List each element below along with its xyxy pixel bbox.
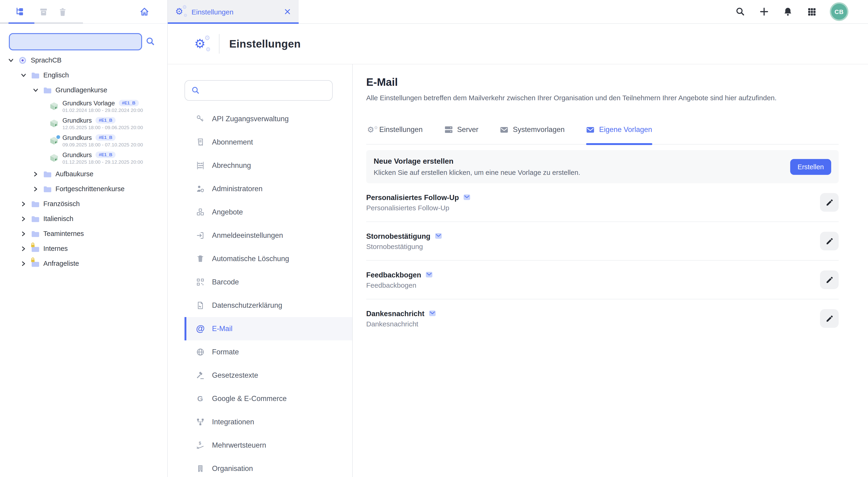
vat-hand-icon: $: [196, 441, 205, 450]
tab-label: Einstellungen: [191, 8, 234, 16]
integration-icon: [196, 417, 205, 427]
tree-item-folder-locked[interactable]: Anfrageliste: [0, 256, 167, 271]
menu-item-anmeldeeinstellungen[interactable]: Anmeldeeinstellungen: [185, 224, 352, 247]
google-icon: G: [196, 394, 205, 403]
template-list: Personalisiertes Follow-Up Personalisier…: [366, 183, 839, 337]
folder-icon: [31, 260, 39, 267]
gavel-icon: [196, 371, 205, 380]
menu-item-datenschutzerklaerung[interactable]: Datenschutzerklärung: [185, 294, 352, 317]
template-row[interactable]: Personalisiertes Follow-Up Personalisier…: [366, 183, 839, 222]
chevron-right-icon[interactable]: [21, 216, 26, 221]
section-title: E-Mail: [366, 75, 839, 89]
menu-item-google-ecommerce[interactable]: G Google & E-Commerce: [185, 387, 352, 410]
horizontal-scrollbar-thumb[interactable]: [8, 22, 34, 24]
tree-item-label: Internes: [43, 245, 68, 252]
menu-item-organisation[interactable]: Organisation: [185, 457, 352, 477]
menu-item-api[interactable]: API Zugangsverwaltung: [185, 107, 352, 130]
chevron-right-icon[interactable]: [33, 186, 38, 191]
tree-search-icon[interactable]: [145, 36, 156, 47]
tree-item-course[interactable]: Grundkurs#E1_B 01.12.2025 18:00 - 29.12.…: [0, 149, 167, 167]
edit-button[interactable]: [820, 270, 839, 289]
tree-search-input[interactable]: [10, 34, 141, 50]
tree-item-label: Fortgeschrittenenkurse: [56, 185, 125, 192]
menu-item-angebote[interactable]: Angebote: [185, 201, 352, 224]
chevron-down-icon[interactable]: [33, 87, 38, 93]
notifications-icon[interactable]: [782, 6, 794, 17]
menu-item-automatische-loeschung[interactable]: Automatische Löschung: [185, 247, 352, 270]
email-tabs: ⚙⚙ Einstellungen Server Systemvorlagen E…: [366, 125, 839, 145]
tab-server[interactable]: Server: [444, 125, 478, 144]
chevron-right-icon[interactable]: [21, 231, 26, 236]
tab-systemvorlagen[interactable]: Systemvorlagen: [500, 125, 564, 144]
tree-item-folder[interactable]: Englisch: [0, 68, 167, 83]
course-title: Grundkurs: [62, 151, 92, 158]
tree-item-folder[interactable]: Teaminternes: [0, 226, 167, 241]
tab-einstellungen[interactable]: ⚙⚙⚙ Einstellungen: [168, 0, 299, 23]
menu-item-integrationen[interactable]: Integrationen: [185, 410, 352, 434]
tree-item-label: Italienisch: [43, 215, 73, 222]
chevron-down-icon[interactable]: [8, 57, 13, 63]
menu-item-label: Abrechnung: [212, 161, 251, 170]
trash-icon[interactable]: [57, 6, 68, 17]
course-dates: 01.12.2025 18:00 - 29.12.2025 20:00: [62, 159, 143, 165]
menu-item-label: Angebote: [212, 208, 243, 216]
tree-view-icon[interactable]: [14, 6, 25, 17]
menu-item-label: Abonnement: [212, 138, 253, 146]
search-icon[interactable]: [735, 6, 746, 17]
edit-button[interactable]: [820, 232, 839, 250]
tab-eigene-vorlagen[interactable]: Eigene Vorlagen: [586, 125, 652, 144]
menu-search-input[interactable]: [185, 81, 332, 100]
tree-item-root[interactable]: SprachCB: [0, 53, 167, 68]
menu-item-administratoren[interactable]: Administratoren: [185, 177, 352, 201]
tree-toolbar: [0, 0, 167, 24]
tree-item-folder[interactable]: Italienisch: [0, 211, 167, 226]
close-icon[interactable]: [284, 8, 291, 16]
tree-item-course[interactable]: Grundkurs#E1_B 09.09.2025 18:00 - 07.10.…: [0, 132, 167, 149]
chevron-down-icon[interactable]: [21, 72, 26, 78]
chevron-right-icon[interactable]: [21, 246, 26, 251]
course-title: Grundkurs: [62, 117, 92, 124]
template-row[interactable]: Feedbackbogen Feedbackbogen: [366, 261, 839, 299]
apps-grid-icon[interactable]: [806, 6, 817, 17]
tree-item-course[interactable]: Grundkurs Vorlage#E1_B 01.02.2024 18:00 …: [0, 97, 167, 115]
course-box-icon: [50, 136, 59, 145]
menu-item-label: Google & E-Commerce: [212, 394, 286, 403]
chevron-right-icon[interactable]: [33, 171, 38, 177]
tab-einstellungen[interactable]: ⚙⚙ Einstellungen: [366, 125, 423, 144]
chevron-right-icon[interactable]: [21, 261, 26, 266]
menu-item-gesetzestexte[interactable]: Gesetzestexte: [185, 364, 352, 387]
globe-icon: [196, 347, 205, 357]
course-title: Grundkurs Vorlage: [62, 99, 115, 107]
tree-item-folder[interactable]: Französisch: [0, 196, 167, 211]
tree-item-course[interactable]: Grundkurs#E1_B 12.05.2025 18:00 - 09.06.…: [0, 115, 167, 132]
add-icon[interactable]: [758, 6, 770, 17]
create-button[interactable]: Erstellen: [790, 159, 831, 175]
tree-item-folder[interactable]: Grundlagenkurse: [0, 83, 167, 97]
folder-icon: [31, 215, 39, 222]
envelope-icon: [429, 309, 436, 317]
menu-item-label: E-Mail: [212, 325, 232, 333]
banner-title: Neue Vorlage erstellen: [374, 157, 580, 166]
home-icon[interactable]: [139, 6, 150, 17]
building-icon: [196, 464, 205, 473]
template-subtitle: Personalisiertes Follow-Up: [366, 204, 471, 212]
edit-button[interactable]: [820, 193, 839, 212]
archive-icon[interactable]: [38, 6, 49, 17]
tree-item-folder-locked[interactable]: Internes: [0, 241, 167, 256]
active-dot-icon: [56, 135, 61, 139]
menu-item-barcode[interactable]: Barcode: [185, 270, 352, 294]
menu-item-abonnement[interactable]: Abonnement: [185, 130, 352, 154]
folder-icon: [31, 200, 39, 208]
menu-item-abrechnung[interactable]: Abrechnung: [185, 154, 352, 177]
template-row[interactable]: Dankesnachricht Dankesnachricht: [366, 299, 839, 337]
tab-label: Server: [457, 125, 478, 134]
menu-item-formate[interactable]: Formate: [185, 340, 352, 364]
menu-item-mehrwertsteuern[interactable]: $ Mehrwertsteuern: [185, 434, 352, 457]
template-row[interactable]: Stornobestätigung Stornobestätigung: [366, 222, 839, 261]
tree-item-folder[interactable]: Fortgeschrittenenkurse: [0, 181, 167, 196]
tree-item-folder[interactable]: Aufbaukurse: [0, 167, 167, 181]
avatar[interactable]: CB: [830, 2, 848, 21]
menu-item-email[interactable]: @ E-Mail: [185, 317, 352, 340]
edit-button[interactable]: [820, 309, 839, 328]
chevron-right-icon[interactable]: [21, 201, 26, 207]
